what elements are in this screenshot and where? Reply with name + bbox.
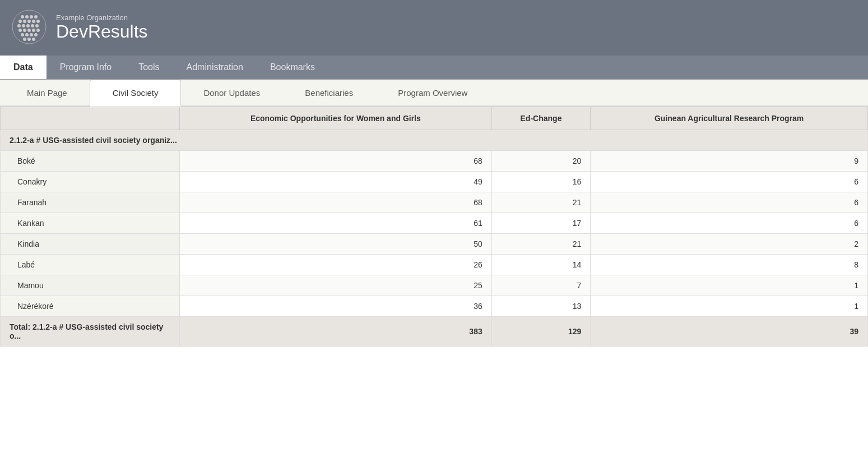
org-info: Example Organization DevResults (56, 13, 148, 41)
svg-point-25 (27, 38, 31, 41)
svg-point-21 (25, 33, 29, 36)
table-row: Faranah 68 21 6 (1, 192, 868, 213)
row-name: Labé (1, 255, 180, 275)
row-name: Kindia (1, 234, 180, 255)
row-garp: 1 (591, 296, 868, 317)
row-garp: 6 (591, 213, 868, 234)
col-header-eow: Economic Opportunities for Women and Gir… (180, 107, 492, 130)
nav-item-bookmarks[interactable]: Bookmarks (257, 56, 328, 79)
col-header-label (1, 107, 180, 130)
org-name: Example Organization (56, 13, 148, 22)
row-eow: 25 (180, 275, 492, 296)
section-header-label: 2.1.2-a # USG-assisted civil society org… (1, 130, 868, 151)
row-name: Mamou (1, 275, 180, 296)
data-table-container: Economic Opportunities for Women and Gir… (0, 107, 868, 347)
svg-point-17 (27, 29, 31, 32)
total-eow: 383 (180, 317, 492, 347)
total-garp: 39 (591, 317, 868, 347)
svg-point-3 (30, 15, 33, 19)
row-eow: 68 (180, 192, 492, 213)
app-title: DevResults (56, 22, 148, 41)
svg-point-15 (18, 29, 22, 32)
total-label: Total: 2.1.2-a # USG-assisted civil soci… (1, 317, 180, 347)
nav-item-administration[interactable]: Administration (173, 56, 257, 79)
sub-nav: Main Page Civil Society Donor Updates Be… (0, 80, 868, 107)
row-eow: 68 (180, 151, 492, 172)
svg-point-13 (31, 24, 34, 27)
total-ed-change: 129 (491, 317, 591, 347)
main-nav: Data Program Info Tools Administration B… (0, 56, 868, 80)
svg-point-8 (32, 20, 35, 23)
svg-point-24 (23, 38, 26, 41)
section-header-row: 2.1.2-a # USG-assisted civil society org… (1, 130, 868, 151)
nav-item-program-info[interactable]: Program Info (47, 56, 125, 79)
svg-point-23 (34, 33, 38, 36)
logo (11, 9, 47, 47)
svg-point-2 (25, 15, 29, 19)
svg-point-20 (21, 33, 24, 36)
row-garp: 9 (591, 151, 868, 172)
row-garp: 1 (591, 275, 868, 296)
row-ed-change: 20 (491, 151, 591, 172)
svg-point-14 (35, 24, 39, 27)
row-ed-change: 14 (491, 255, 591, 275)
sub-nav-program-overview[interactable]: Program Overview (375, 80, 490, 107)
svg-point-9 (36, 20, 40, 23)
table-row: Boké 68 20 9 (1, 151, 868, 172)
row-ed-change: 16 (491, 172, 591, 192)
sub-nav-main-page[interactable]: Main Page (4, 80, 90, 107)
svg-point-6 (23, 20, 26, 23)
svg-point-12 (26, 24, 30, 27)
svg-point-4 (34, 15, 38, 19)
svg-point-11 (22, 24, 25, 27)
sub-nav-donor-updates[interactable]: Donor Updates (181, 80, 282, 107)
svg-point-5 (18, 20, 22, 23)
table-row: Mamou 25 7 1 (1, 275, 868, 296)
row-garp: 6 (591, 172, 868, 192)
row-ed-change: 21 (491, 192, 591, 213)
row-name: Faranah (1, 192, 180, 213)
table-header-row: Economic Opportunities for Women and Gir… (1, 107, 868, 130)
sub-nav-civil-society[interactable]: Civil Society (90, 80, 182, 107)
row-garp: 6 (591, 192, 868, 213)
row-garp: 2 (591, 234, 868, 255)
sub-nav-beneficiaries[interactable]: Beneficiaries (282, 80, 375, 107)
row-eow: 50 (180, 234, 492, 255)
total-row: Total: 2.1.2-a # USG-assisted civil soci… (1, 317, 868, 347)
col-header-ed-change: Ed-Change (491, 107, 591, 130)
svg-point-10 (17, 24, 21, 27)
data-table: Economic Opportunities for Women and Gir… (0, 107, 868, 347)
row-eow: 36 (180, 296, 492, 317)
svg-point-7 (27, 20, 31, 23)
table-row: Kindia 50 21 2 (1, 234, 868, 255)
row-ed-change: 17 (491, 213, 591, 234)
row-eow: 49 (180, 172, 492, 192)
table-row: Conakry 49 16 6 (1, 172, 868, 192)
svg-point-1 (21, 15, 24, 19)
row-ed-change: 7 (491, 275, 591, 296)
table-row: Kankan 61 17 6 (1, 213, 868, 234)
svg-point-19 (36, 29, 40, 32)
row-eow: 26 (180, 255, 492, 275)
row-name: Conakry (1, 172, 180, 192)
app-header: Example Organization DevResults (0, 0, 868, 56)
svg-point-22 (30, 33, 33, 36)
row-ed-change: 21 (491, 234, 591, 255)
nav-item-data[interactable]: Data (0, 56, 47, 79)
nav-item-tools[interactable]: Tools (125, 56, 173, 79)
row-name: Boké (1, 151, 180, 172)
table-row: Nzérékoré 36 13 1 (1, 296, 868, 317)
row-name: Nzérékoré (1, 296, 180, 317)
table-row: Labé 26 14 8 (1, 255, 868, 275)
row-garp: 8 (591, 255, 868, 275)
svg-point-18 (32, 29, 35, 32)
row-eow: 61 (180, 213, 492, 234)
svg-point-16 (23, 29, 26, 32)
row-ed-change: 13 (491, 296, 591, 317)
row-name: Kankan (1, 213, 180, 234)
svg-point-26 (32, 38, 35, 41)
col-header-garp: Guinean Agricultural Research Program (591, 107, 868, 130)
